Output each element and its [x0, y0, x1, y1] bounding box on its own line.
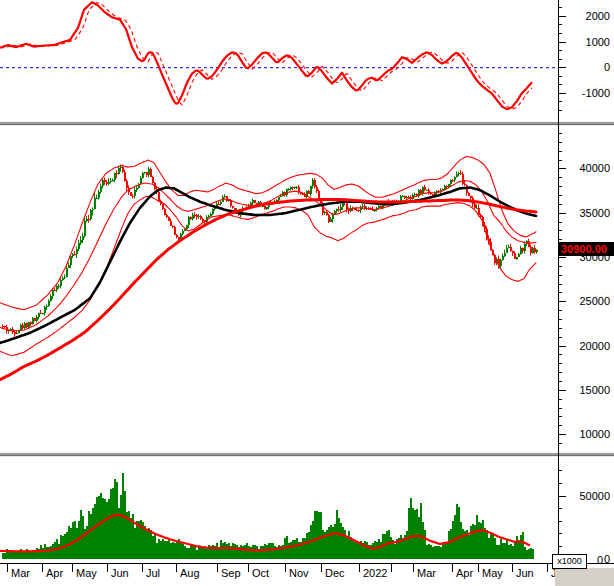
candle-body	[78, 243, 80, 249]
candle-body	[212, 209, 214, 214]
volume-bar	[528, 549, 530, 559]
volume-bar	[470, 526, 472, 559]
volume-bar	[156, 543, 158, 559]
candle-body	[266, 207, 268, 208]
price-plot[interactable]	[0, 126, 558, 452]
candle-body	[470, 196, 472, 198]
y-tick-label: -1000	[582, 88, 610, 99]
volume-bar	[186, 548, 188, 559]
volume-bar	[428, 544, 430, 559]
volume-bar	[346, 536, 348, 559]
candle-body	[118, 168, 120, 174]
volume-bar	[302, 538, 304, 559]
candle-body	[92, 209, 94, 211]
volume-bar	[114, 479, 116, 559]
volume-bar	[36, 548, 38, 559]
candle-body	[378, 206, 380, 208]
right-price-axis: 200010000-100040000350003000025000200001…	[558, 0, 614, 586]
candle-body	[316, 187, 318, 192]
volume-bar	[190, 544, 192, 559]
volume-bar	[450, 529, 452, 559]
y-tick-label: 0	[604, 62, 610, 73]
volume-bar	[58, 544, 60, 559]
volume-bar	[220, 540, 222, 559]
volume-bar	[432, 547, 434, 559]
volume-bar	[68, 526, 70, 559]
candle-body	[142, 173, 144, 177]
candle-body	[76, 249, 78, 254]
volume-bar	[512, 546, 514, 559]
volume-zero-label: 0	[597, 554, 603, 566]
candle-body	[504, 253, 506, 256]
volume-bar	[478, 522, 480, 559]
candle-body	[230, 200, 232, 205]
y-tick-label: 25000	[579, 296, 610, 307]
volume-bar	[468, 535, 470, 559]
volume-bar	[192, 545, 194, 559]
candle-body	[444, 186, 446, 189]
volume-bar	[410, 498, 412, 559]
volume-bar	[194, 546, 196, 559]
oscillator-panel[interactable]	[0, 0, 558, 121]
candle-body	[62, 278, 64, 280]
volume-bar	[384, 534, 386, 559]
candle-body	[102, 180, 104, 185]
candle-body	[50, 296, 52, 301]
volume-bar	[356, 542, 358, 559]
volume-bar	[104, 499, 106, 559]
volume-bar	[224, 542, 226, 559]
volume-bar	[188, 548, 190, 559]
volume-bar	[460, 522, 462, 559]
volume-bar	[378, 539, 380, 559]
candle-body	[460, 173, 462, 174]
volume-bar	[160, 541, 162, 559]
volume-bar	[434, 546, 436, 559]
volume-bar	[376, 542, 378, 559]
volume-bar	[266, 545, 268, 559]
price-panel[interactable]	[0, 126, 558, 452]
volume-bar	[116, 482, 118, 559]
chart-window: 200010000-100040000350003000025000200001…	[0, 0, 614, 586]
volume-bar	[474, 525, 476, 559]
y-tick-label: 2000	[586, 11, 610, 22]
candle-body	[80, 240, 82, 243]
volume-bar	[144, 526, 146, 559]
volume-bar	[524, 547, 526, 559]
volume-bar	[350, 537, 352, 559]
candle-body	[292, 187, 294, 188]
volume-panel[interactable]	[0, 457, 558, 563]
month-label: Nov	[289, 567, 309, 579]
candle-body	[528, 241, 530, 247]
candle-body	[288, 189, 290, 190]
volume-bar	[358, 544, 360, 559]
volume-bar	[246, 543, 248, 559]
volume-bar	[152, 536, 154, 559]
volume-bar	[516, 536, 518, 559]
candle-body	[168, 217, 170, 221]
oscillator-plot[interactable]	[0, 0, 558, 121]
volume-bar	[426, 545, 428, 559]
month-label: May	[76, 567, 97, 579]
candle-body	[94, 198, 96, 209]
volume-bar	[444, 544, 446, 559]
candle-body	[198, 216, 200, 217]
volume-bar	[262, 546, 264, 559]
candle-body	[286, 189, 288, 195]
candle-body	[508, 247, 510, 248]
volume-bar	[488, 538, 490, 559]
volume-bar	[138, 521, 140, 559]
candle-body	[96, 198, 98, 199]
candle-body	[446, 186, 448, 188]
candle-body	[146, 172, 148, 175]
candle-body	[330, 219, 332, 221]
candle-body	[68, 265, 70, 267]
candle-body	[510, 247, 512, 252]
volume-bar	[164, 541, 166, 559]
volume-bar	[422, 522, 424, 559]
candle-body	[308, 191, 310, 193]
volume-bar	[272, 543, 274, 559]
volume-bar	[86, 526, 88, 559]
volume-plot[interactable]	[0, 457, 558, 563]
month-tick	[512, 564, 513, 572]
candle-body	[106, 182, 108, 185]
